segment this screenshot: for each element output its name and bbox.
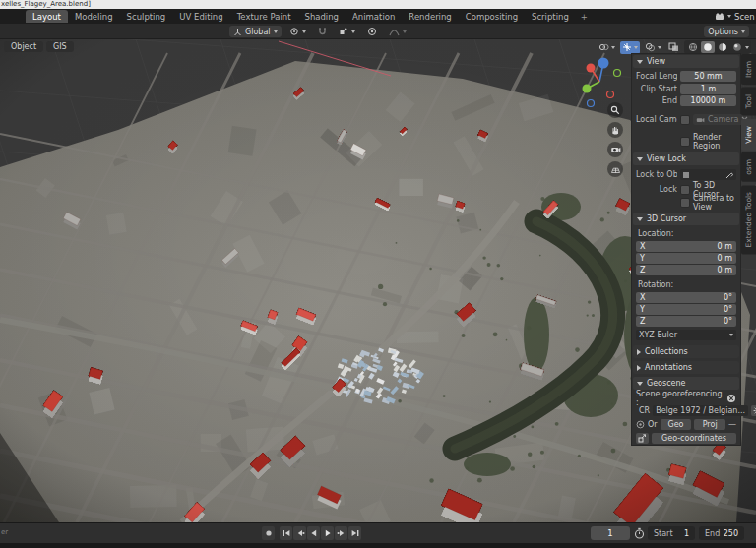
- sidebar-tab-item[interactable]: Item: [741, 54, 756, 85]
- clip-start-field[interactable]: 1 m: [680, 84, 736, 94]
- start-label: Start: [654, 529, 673, 538]
- current-frame-field[interactable]: 1: [591, 526, 630, 540]
- transform-orientation-icon: [233, 28, 242, 36]
- playback-controls: [262, 526, 361, 540]
- gizmo-z-axis[interactable]: [598, 58, 609, 69]
- clip-end-label: End: [636, 96, 677, 105]
- sidebar-tab-extended-tools[interactable]: Extended Tools: [741, 185, 756, 254]
- cursor-loc-z-field[interactable]: Z 0 m: [636, 265, 736, 275]
- collapse-arrow-icon: [637, 382, 643, 386]
- panel-view-lock-header[interactable]: View Lock: [633, 152, 739, 165]
- geo-button[interactable]: Geo: [661, 419, 692, 430]
- xray-toggle[interactable]: [666, 41, 681, 54]
- panel-view-header[interactable]: View: [633, 55, 739, 68]
- tab-layout[interactable]: Layout: [26, 10, 68, 23]
- pivot-point-dropdown[interactable]: [285, 26, 310, 37]
- tab-shading[interactable]: Shading: [297, 10, 346, 23]
- cursor-rot-z-field[interactable]: Z 0°: [636, 316, 736, 327]
- prev-keyframe-button[interactable]: [293, 526, 306, 540]
- pan-button[interactable]: [607, 122, 623, 138]
- next-keyframe-button[interactable]: [335, 526, 347, 540]
- perspective-toggle-button[interactable]: [607, 161, 623, 177]
- render-region-checkbox[interactable]: [680, 137, 690, 147]
- gizmo-x-neg[interactable]: [607, 91, 614, 98]
- lock-object-field[interactable]: [680, 169, 736, 180]
- crs-settings-button[interactable]: [751, 405, 756, 416]
- gizmo-z-neg[interactable]: [588, 100, 595, 107]
- play-button[interactable]: [321, 526, 334, 540]
- lock-3d-cursor-checkbox[interactable]: [680, 185, 690, 195]
- tab-uv-editing[interactable]: UV Editing: [172, 10, 229, 23]
- geo-coordinates-button[interactable]: Geo-coordinates: [652, 433, 736, 444]
- transform-orientation-dropdown[interactable]: Global: [229, 26, 282, 37]
- play-reverse-button[interactable]: [307, 526, 320, 540]
- snap-toggle[interactable]: [314, 26, 331, 37]
- blender-window: xelles_Flagey_Area.blend] Layout Modelin…: [0, 0, 756, 548]
- pivot-point-icon: [289, 27, 299, 36]
- shading-wireframe-button[interactable]: [686, 41, 700, 53]
- sidebar-tab-tool[interactable]: Tool: [741, 88, 756, 116]
- panel-title: 3D Cursor: [647, 214, 686, 223]
- overlays-dropdown[interactable]: [643, 41, 663, 54]
- end-label: End: [705, 529, 720, 538]
- sidebar-tab-view[interactable]: View: [741, 119, 756, 151]
- frame-end-field[interactable]: End 250: [699, 526, 744, 540]
- crs-field[interactable]: Belge 1972 / Belgian...: [653, 405, 748, 416]
- camera-to-view-checkbox[interactable]: [680, 198, 690, 208]
- tab-sculpting[interactable]: Sculpting: [120, 10, 173, 23]
- cursor-loc-x-field[interactable]: X 0 m: [636, 241, 736, 252]
- axis-label: X: [640, 293, 645, 302]
- scene-selector[interactable]: Scen: [715, 12, 756, 22]
- jump-end-icon: [350, 528, 360, 538]
- clear-georef-icon[interactable]: [726, 394, 736, 403]
- cursor-rot-y-field[interactable]: Y 0°: [636, 304, 736, 315]
- cursor-loc-y-field[interactable]: Y 0 m: [636, 253, 736, 264]
- gis-menu-button[interactable]: GIS: [46, 41, 74, 52]
- panel-geoscene-header[interactable]: Geoscene: [633, 377, 739, 390]
- add-workspace-button[interactable]: +: [576, 12, 593, 22]
- tab-scripting[interactable]: Scripting: [525, 10, 576, 23]
- tab-animation[interactable]: Animation: [346, 10, 402, 23]
- gizmo-y-axis[interactable]: [583, 85, 592, 93]
- gizmo-y-neg[interactable]: [614, 70, 621, 77]
- camera-view-button[interactable]: [607, 142, 623, 157]
- frame-start-field[interactable]: Start 1: [648, 526, 695, 540]
- viewport-mode-buttons: Object GIS: [4, 41, 74, 52]
- zoom-button[interactable]: [607, 102, 623, 118]
- axis-label: Z: [640, 317, 645, 326]
- orientation-value: Global: [245, 28, 271, 36]
- navigation-gizmo[interactable]: [574, 49, 633, 112]
- clip-end-field[interactable]: 10000 m: [680, 95, 736, 106]
- options-dropdown[interactable]: Options: [704, 26, 749, 37]
- panel-collections-header[interactable]: Collections: [633, 345, 739, 358]
- jump-to-end-button[interactable]: [348, 526, 361, 540]
- focal-length-field[interactable]: 50 mm: [680, 71, 736, 82]
- tab-texture-paint[interactable]: Texture Paint: [230, 10, 298, 23]
- geocoords-toggle-button[interactable]: [636, 433, 649, 444]
- snap-target-dropdown[interactable]: [335, 26, 359, 37]
- shading-rendered-button[interactable]: [730, 41, 744, 53]
- panel-annotations-header[interactable]: Annotations: [633, 361, 739, 374]
- tab-modeling[interactable]: Modeling: [68, 10, 120, 23]
- gizmo-x-axis[interactable]: [587, 64, 596, 73]
- proportional-editing-toggle[interactable]: [363, 26, 381, 37]
- shading-solid-button[interactable]: [701, 41, 715, 53]
- falloff-dropdown[interactable]: [385, 26, 410, 37]
- euler-order-dropdown[interactable]: XYZ Euler: [636, 330, 736, 340]
- panel-3d-cursor-header[interactable]: 3D Cursor: [633, 213, 739, 225]
- eyedropper-icon[interactable]: [725, 171, 733, 179]
- panel-title: Geoscene: [647, 379, 686, 388]
- chevron-down-icon: [745, 46, 749, 49]
- object-mode-button[interactable]: Object: [4, 41, 43, 52]
- shading-material-button[interactable]: [716, 41, 729, 53]
- proj-button[interactable]: Proj: [694, 419, 725, 430]
- sidebar-tab-osm[interactable]: osm: [741, 152, 756, 182]
- cursor-rot-x-field[interactable]: X 0°: [636, 292, 736, 303]
- tab-rendering[interactable]: Rendering: [402, 10, 458, 23]
- remove-origin-button[interactable]: —: [728, 420, 736, 429]
- jump-to-start-button[interactable]: [280, 526, 292, 540]
- local-camera-checkbox[interactable]: [680, 115, 690, 125]
- auto-key-record-button[interactable]: [262, 526, 275, 540]
- tab-compositing[interactable]: Compositing: [459, 10, 525, 23]
- overlays-icon: [645, 42, 656, 52]
